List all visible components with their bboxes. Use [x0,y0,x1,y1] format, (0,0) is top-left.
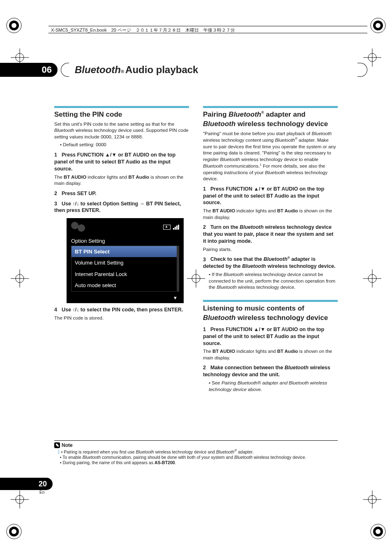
step-sub: The PIN code is stored. [54,315,189,322]
footnote-block: ✎ Note 1 • Pairing is required when you … [54,440,338,465]
registration-mark-icon [6,523,22,540]
registration-mark-icon [6,17,22,34]
step-2: 2Make connection between the Bluetooth w… [203,364,338,378]
registration-mark-icon [370,523,386,540]
step-sub: Pairing starts. [203,246,338,253]
footnote-line: • During pairing, the name of this unit … [58,460,338,465]
page-number-badge: 20 [0,478,53,490]
svg-point-11 [376,529,380,534]
step-1: 1Press FUNCTION ▲/▼ or BT AUDIO on the t… [203,326,338,347]
osd-item: Volume Limit Setting [71,257,177,269]
paragraph: Set this unit's PIN code to the same set… [54,121,189,140]
osd-screenshot: Option Setting BT PIN Select Volume Limi… [67,218,184,303]
scroll-down-icon: ▼ [67,295,183,303]
cross-mark-icon [11,269,29,288]
footnote-line: 1 • Pairing is required when you first u… [58,449,338,454]
step-2: 2Press SET UP. [54,190,189,197]
osd-list: BT PIN Select Volume Limit Setting Inter… [71,246,179,292]
osd-item-selected: BT PIN Select [71,246,177,258]
step-4: 4Use ↑/↓ to select the PIN code, then pr… [54,306,189,313]
section-heading-pairing: Pairing Bluetooth® adapter and Bluetooth… [203,106,338,129]
step-1: 1Press FUNCTION ▲/▼ or BT AUDIO on the t… [54,152,189,173]
step-sub: The BT AUDIO indicator lights and BT Aud… [203,208,338,221]
section-heading-pin: Setting the PIN code [54,106,189,120]
cross-mark-icon [11,490,29,509]
cap-close-icon [357,63,367,77]
gear-icon [70,221,86,232]
step-sub: The BT AUDIO indicator lights and BT Aud… [203,348,338,361]
display-icon [163,225,171,230]
cross-mark-icon [363,269,381,288]
footnote-line: • To enable Bluetooth communication, pai… [58,455,338,460]
svg-point-2 [12,23,16,28]
chapter-header: 06 Bluetooth® Audio playback [0,63,367,77]
left-column: Setting the PIN code Set this unit's PIN… [54,106,189,394]
svg-point-8 [12,529,16,534]
note-icon: ✎ [54,442,60,448]
paragraph: "Pairing" must be done before you start … [203,131,338,182]
osd-item: Auto mode select [71,280,177,291]
cap-open-icon [61,63,69,77]
step-2: 2Turn on the Bluetooth wireless technolo… [203,224,338,245]
step-3: 3Use ↑/↓ to select Option Setting → BT P… [54,200,189,214]
registration-mark-icon [370,17,386,34]
step-sub: The BT AUDIO indicator lights and BT Aud… [54,174,189,187]
bullet-item: See Pairing Bluetooth® adapter and Bluet… [209,380,338,393]
bullet-item: If the Bluetooth wireless technology dev… [209,272,338,291]
right-column: Pairing Bluetooth® adapter and Bluetooth… [203,106,338,394]
step-3: 3Check to see that the Bluetooth® adapte… [203,256,338,270]
cross-mark-icon [363,490,381,509]
file-info-bar: X-SMC5_SYXZT8_En.book 20 ページ ２０１１年７月２８日 … [48,26,367,33]
bullet-item: Default setting: 0000 [60,142,189,148]
note-label: ✎ Note [54,442,73,448]
section-heading-listen: Listening to music contents of Bluetooth… [203,300,338,323]
content-columns: Setting the PIN code Set this unit's PIN… [54,106,338,394]
osd-item: Internet Parental Lock [71,269,177,280]
osd-header: Option Setting [67,236,183,246]
chapter-title: Bluetooth® Audio playback [75,64,198,76]
step-1: 1Press FUNCTION ▲/▼ or BT AUDIO on the t… [203,186,338,207]
svg-point-5 [376,23,380,28]
signal-icon [173,225,179,230]
chapter-number-badge: 06 [0,63,58,77]
page-language: En [39,490,44,495]
